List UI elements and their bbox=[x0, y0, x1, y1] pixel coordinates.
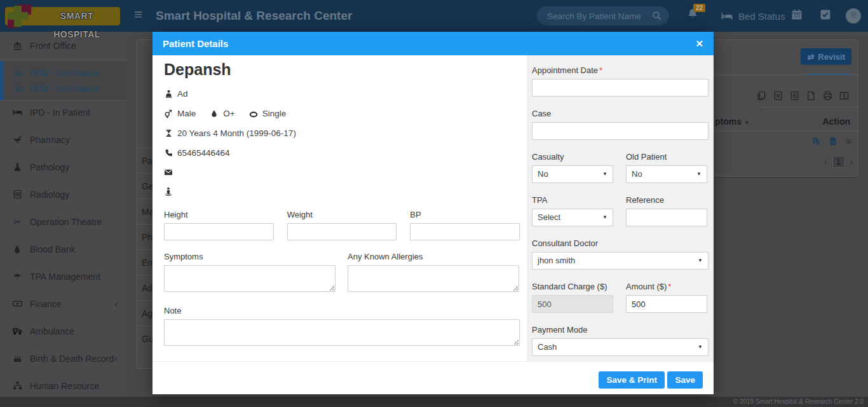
save-button[interactable]: Save bbox=[667, 371, 703, 389]
tpa-select[interactable]: Select▼ bbox=[532, 209, 613, 226]
stethoscope-icon bbox=[11, 69, 23, 78]
reference-input[interactable] bbox=[626, 209, 707, 226]
sidebar-item-human-resource[interactable]: Human Resource bbox=[0, 372, 127, 399]
appointment-date-label: Appointment Date bbox=[532, 66, 598, 75]
bed-status-label: Bed Status bbox=[738, 11, 785, 22]
revisit-button[interactable]: ⇄ Revisit bbox=[801, 48, 851, 65]
document-icon[interactable] bbox=[829, 137, 837, 146]
chevron-down-icon: ▼ bbox=[698, 339, 703, 355]
mortar-icon bbox=[11, 135, 23, 144]
standard-charge-label: Standard Charge ($) bbox=[532, 282, 613, 291]
user-avatar[interactable] bbox=[846, 8, 861, 24]
page-number[interactable]: 1 bbox=[832, 156, 845, 168]
logo-text: SMART HOSPITAL bbox=[36, 7, 118, 25]
case-label: Case bbox=[532, 109, 709, 118]
sidebar-item-tpa-management[interactable]: ☂ TPA Management bbox=[0, 263, 127, 290]
sidebar-item-ipd[interactable]: IPD - In Patient bbox=[0, 99, 127, 126]
prev-page-icon[interactable]: ‹ bbox=[824, 157, 827, 167]
app-title: Smart Hospital & Research Center bbox=[156, 0, 352, 32]
amount-label: Amount ($) bbox=[626, 282, 667, 291]
money-icon bbox=[11, 299, 23, 308]
columns-icon[interactable] bbox=[839, 91, 849, 100]
pdf-export-icon[interactable] bbox=[806, 91, 816, 100]
sidebar-item-operation-theatre[interactable]: ✂ Operation Theatre bbox=[0, 208, 127, 235]
flask-icon bbox=[11, 162, 23, 172]
excel-export-icon[interactable] bbox=[773, 91, 783, 100]
required-asterisk: * bbox=[668, 282, 671, 291]
visits-card-background: ⇄ Revisit ptoms ▼ Action ℞ ≡ ‹ 1 › bbox=[705, 39, 858, 177]
blood-drop-icon bbox=[11, 245, 23, 254]
appointment-date-input[interactable] bbox=[532, 79, 709, 97]
scissors-icon: ✂ bbox=[11, 217, 23, 227]
modal-header: Patient Details ✕ bbox=[153, 32, 714, 55]
logo[interactable]: SMART HOSPITAL bbox=[5, 7, 120, 25]
consultant-doctor-select[interactable]: jhon smith▼ bbox=[532, 252, 709, 270]
blood-drop-icon bbox=[210, 109, 219, 118]
save-and-print-button[interactable]: Save & Print bbox=[599, 371, 665, 389]
old-patient-select[interactable]: No▼ bbox=[626, 165, 707, 183]
payment-mode-select[interactable]: Cash▼ bbox=[532, 338, 709, 356]
revisit-icon: ⇄ bbox=[807, 52, 814, 62]
chevron-down-icon: ▼ bbox=[602, 209, 607, 226]
bed-icon bbox=[11, 108, 23, 116]
pagination: ‹ 1 › bbox=[824, 156, 853, 168]
xray-icon bbox=[11, 190, 23, 199]
note-textarea[interactable] bbox=[164, 319, 520, 346]
weight-label: Weight bbox=[287, 210, 397, 219]
sidebar-item-blood-bank[interactable]: Blood Bank bbox=[0, 235, 127, 263]
csv-export-icon[interactable] bbox=[790, 91, 799, 100]
sidebar-item-pathology[interactable]: Pathology bbox=[0, 153, 127, 181]
address-icon bbox=[164, 187, 173, 196]
patient-name: Depansh bbox=[164, 60, 520, 79]
height-label: Height bbox=[164, 210, 274, 219]
old-patient-label: Old Patient bbox=[626, 152, 707, 162]
symptoms-textarea[interactable] bbox=[164, 265, 336, 292]
building-icon bbox=[11, 41, 23, 51]
sort-icon: ▼ bbox=[744, 120, 750, 126]
bp-input[interactable] bbox=[410, 223, 520, 240]
bed-status-button[interactable]: Bed Status bbox=[720, 0, 785, 32]
copy-export-icon[interactable] bbox=[757, 91, 766, 100]
search-icon[interactable] bbox=[652, 11, 662, 21]
print-icon[interactable] bbox=[823, 91, 832, 100]
patient-details-modal: Patient Details ✕ Depansh Ad Male O+ Sin… bbox=[153, 32, 714, 394]
menu-toggle-icon[interactable]: ≡ bbox=[134, 6, 142, 23]
symptoms-column-header[interactable]: ptoms ▼ bbox=[715, 116, 750, 127]
calendar-icon[interactable] bbox=[791, 9, 803, 20]
close-icon[interactable]: ✕ bbox=[695, 38, 703, 50]
email-icon bbox=[164, 168, 173, 177]
tasks-icon[interactable] bbox=[820, 9, 831, 20]
allergies-textarea[interactable] bbox=[348, 265, 519, 292]
case-input[interactable] bbox=[532, 122, 709, 140]
allergies-label: Any Known Allergies bbox=[348, 252, 519, 261]
sidebar-item-radiology[interactable]: Radiology bbox=[0, 181, 127, 208]
sidebar-item-opd-active[interactable]: OPD - Out Patient OPD - Out Patient bbox=[0, 61, 127, 100]
umbrella-icon: ☂ bbox=[11, 272, 23, 282]
tpa-label: TPA bbox=[532, 195, 613, 205]
search-input[interactable] bbox=[547, 6, 649, 25]
sidebar-item-ambulance[interactable]: Ambulance bbox=[0, 317, 127, 345]
ambulance-icon bbox=[11, 327, 23, 335]
guardian-icon bbox=[164, 90, 173, 98]
note-label: Note bbox=[164, 306, 520, 315]
required-asterisk: * bbox=[599, 66, 602, 75]
action-column-header: Action bbox=[822, 116, 850, 127]
patient-search[interactable] bbox=[537, 6, 669, 25]
chevron-down-icon: ▼ bbox=[602, 166, 607, 183]
prescription-icon[interactable]: ℞ bbox=[813, 136, 821, 146]
patient-age: 20 Years 4 Month (1999-06-17) bbox=[177, 128, 296, 138]
amount-input[interactable] bbox=[626, 295, 707, 313]
casualty-select[interactable]: No▼ bbox=[532, 165, 613, 183]
appointment-panel: Appointment Date* Case Casualty No▼ Old … bbox=[527, 55, 714, 361]
height-input[interactable] bbox=[164, 223, 274, 240]
patient-gender: Male bbox=[177, 109, 196, 118]
chevron-left-icon: ‹ bbox=[114, 353, 118, 364]
sidebar-item-finance[interactable]: Finance ‹ bbox=[0, 290, 127, 317]
weight-input[interactable] bbox=[287, 223, 397, 240]
row-menu-icon[interactable]: ≡ bbox=[846, 135, 851, 146]
marital-ring-icon bbox=[249, 109, 258, 118]
sidebar-item-birth-death-record[interactable]: Birth & Death Record ‹ bbox=[0, 345, 127, 372]
next-page-icon[interactable]: › bbox=[850, 157, 853, 167]
standard-charge-input bbox=[532, 295, 613, 313]
sidebar-item-pharmacy[interactable]: Pharmacy bbox=[0, 126, 127, 153]
